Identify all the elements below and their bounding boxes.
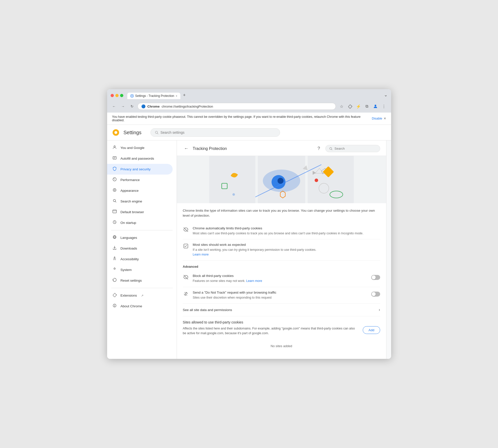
feature2-learn-more-link[interactable]: Learn more: [193, 253, 209, 256]
sidebar-item-system[interactable]: System: [107, 264, 173, 275]
sidebar-label-privacy: Privacy and security: [121, 167, 151, 171]
sidebar-item-about[interactable]: About Chrome: [107, 301, 173, 312]
sites-title: Sites allowed to use third-party cookies: [183, 320, 380, 324]
block-eye-icon: [183, 274, 189, 281]
sidebar-item-on-startup[interactable]: On startup: [107, 217, 173, 228]
settings-title: Settings: [124, 130, 142, 135]
sidebar-item-autofill[interactable]: Autofill and passwords: [107, 153, 173, 164]
svg-point-3: [114, 131, 117, 134]
extensions-external-icon: ↗: [141, 294, 143, 297]
svg-point-34: [315, 179, 318, 182]
more-menu-button[interactable]: ⋮: [380, 103, 388, 110]
download-icon: [112, 246, 117, 251]
language-icon: [112, 235, 117, 241]
panel-header: ← Tracking Protection ?: [177, 140, 386, 156]
reload-button[interactable]: ↻: [129, 103, 136, 110]
svg-point-18: [114, 257, 115, 257]
sidebar-item-extensions[interactable]: Extensions ↗: [107, 290, 173, 301]
sidebar-item-you-and-google[interactable]: You and Google: [107, 142, 173, 153]
notification-close-btn[interactable]: ×: [384, 116, 386, 121]
forward-button[interactable]: →: [120, 103, 127, 110]
panel-search-input[interactable]: [335, 147, 376, 150]
maximize-window-btn[interactable]: [120, 94, 123, 97]
see-all-row[interactable]: See all site data and permissions ›: [183, 304, 380, 316]
svg-point-21: [114, 305, 115, 305]
toolbar-actions: ☆ ⚡ ⧉ ⋮: [338, 103, 388, 110]
notification-text: You have enabled testing third-party coo…: [112, 115, 369, 122]
settings-header: Settings: [107, 125, 391, 140]
feature1-desc: Most sites can't use third-party cookies…: [193, 231, 380, 236]
tab-dropdown-btn[interactable]: ⌄: [384, 92, 388, 99]
do-not-track-toggle[interactable]: [371, 292, 380, 297]
block-cookies-text: Block all third-party cookies Features o…: [193, 274, 367, 283]
sidebar-item-downloads[interactable]: Downloads: [107, 243, 173, 254]
tab-close-btn[interactable]: ×: [176, 94, 177, 97]
feature2-title: Most sites should work as expected: [193, 243, 380, 247]
sidebar-label-downloads: Downloads: [121, 247, 137, 250]
extensions-button[interactable]: [346, 103, 354, 110]
block-cookies-content: Block all third-party cookies Features o…: [193, 274, 380, 283]
sidebar: You and Google Autofill and passwords Pr…: [107, 140, 177, 359]
svg-point-29: [278, 178, 284, 184]
tracking-protection-illustration: [177, 156, 386, 203]
close-window-btn[interactable]: [111, 94, 114, 97]
svg-point-1: [374, 105, 376, 106]
url-display: chrome://settings/trackingProtection: [162, 105, 332, 108]
bookmark-button[interactable]: ☆: [338, 103, 345, 110]
address-bar[interactable]: 🔵 Chrome chrome://settings/trackingProte…: [138, 103, 336, 110]
do-not-track-content: Send a "Do Not Track" request with your …: [193, 291, 380, 300]
sidebar-label-reset: Reset settings: [121, 279, 142, 282]
intro-text: Chrome limits the type of information si…: [183, 208, 380, 218]
panel-help-button[interactable]: ?: [315, 145, 322, 152]
sidebar-item-accessibility[interactable]: Accessibility: [107, 254, 173, 264]
sidebar-label-about: About Chrome: [121, 304, 142, 308]
sidebar-item-privacy[interactable]: Privacy and security: [107, 164, 173, 175]
block-cookies-title: Block all third-party cookies: [193, 274, 367, 278]
puzzle-icon: [348, 104, 352, 109]
performance-button[interactable]: ⚡: [355, 103, 362, 110]
feature2-desc: If a site isn't working, you can try giv…: [193, 248, 380, 257]
do-not-track-row: Send a "Do Not Track" request with your …: [183, 287, 380, 304]
sidebar-label-extensions: Extensions: [121, 294, 137, 297]
svg-line-5: [157, 133, 158, 134]
add-site-button[interactable]: Add: [363, 326, 380, 334]
title-bar: Settings - Tracking Protection × + ⌄: [107, 89, 391, 101]
sidebar-label-on-startup: On startup: [121, 221, 136, 225]
sidebar-item-reset[interactable]: Reset settings: [107, 275, 173, 286]
panel-search-box[interactable]: [325, 145, 380, 152]
back-button[interactable]: ←: [111, 103, 118, 110]
sidebar-item-search[interactable]: Search engine: [107, 196, 173, 207]
settings-search-box[interactable]: [150, 128, 280, 137]
new-tab-btn[interactable]: +: [181, 92, 188, 99]
split-view-button[interactable]: ⧉: [363, 103, 371, 110]
panel-back-button[interactable]: ←: [183, 145, 190, 152]
no-sites-text: No sites added: [183, 339, 380, 350]
profile-button[interactable]: [372, 103, 379, 110]
settings-search-input[interactable]: [160, 130, 276, 134]
feature1-title: Chrome automatically limits third-party …: [193, 226, 380, 230]
tab-bar: Settings - Tracking Protection × +: [127, 92, 188, 99]
checkbox-icon: [183, 243, 189, 250]
minimize-window-btn[interactable]: [115, 94, 119, 97]
accessibility-icon: [112, 256, 117, 262]
autofill-icon: [112, 156, 117, 161]
sidebar-item-performance[interactable]: Performance: [107, 175, 173, 185]
sites-section: Sites allowed to use third-party cookies…: [183, 316, 380, 354]
panel-body: Chrome limits the type of information si…: [177, 203, 386, 359]
block-cookies-desc: Features on some sites may not work. Lea…: [193, 279, 367, 283]
block-cookies-toggle[interactable]: [371, 275, 380, 280]
extensions-icon: [112, 293, 117, 298]
sidebar-label-autofill: Autofill and passwords: [121, 157, 154, 160]
notification-disable-link[interactable]: Disable: [372, 117, 382, 120]
main-panel: ← Tracking Protection ?: [177, 140, 386, 359]
sidebar-label-search: Search engine: [121, 199, 142, 203]
sidebar-label-system: System: [121, 268, 132, 272]
tab-title: Settings - Tracking Protection: [135, 94, 174, 98]
sidebar-item-languages[interactable]: Languages: [107, 232, 173, 243]
block-cookies-link[interactable]: Learn more: [246, 279, 262, 283]
sidebar-item-default-browser[interactable]: Default browser: [107, 207, 173, 217]
sidebar-label-appearance: Appearance: [121, 189, 139, 192]
sidebar-item-appearance[interactable]: Appearance: [107, 185, 173, 196]
active-tab[interactable]: Settings - Tracking Protection ×: [127, 93, 180, 99]
profile-icon: [373, 104, 378, 109]
